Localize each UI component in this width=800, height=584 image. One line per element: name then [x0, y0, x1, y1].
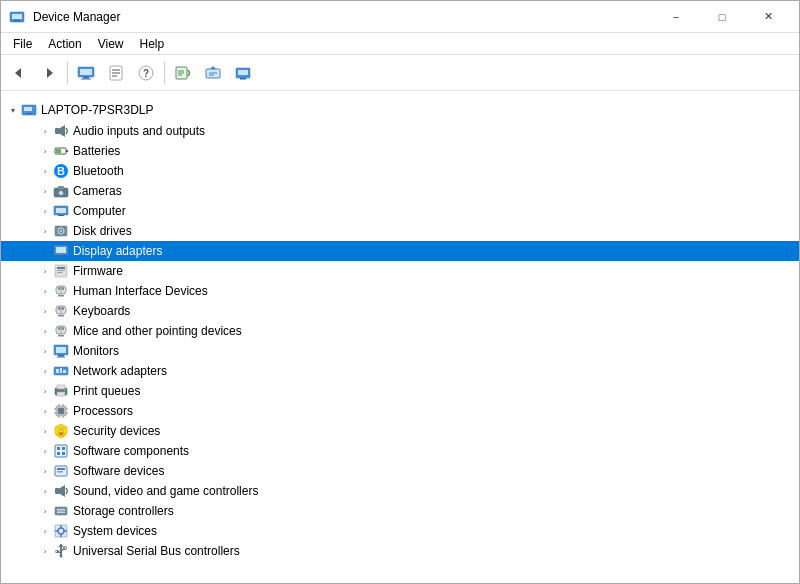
close-button[interactable]: ✕ [745, 1, 791, 33]
tree-item[interactable]: ›Universal Serial Bus controllers [1, 541, 799, 561]
item-icon [53, 303, 69, 319]
item-expander[interactable]: › [37, 223, 53, 239]
tree-item[interactable]: ›Disk drives [1, 221, 799, 241]
item-expander[interactable]: › [37, 363, 53, 379]
display-button[interactable] [229, 59, 257, 87]
tree-item[interactable]: ›Print queues [1, 381, 799, 401]
svg-rect-100 [55, 507, 67, 515]
app-icon [9, 9, 25, 25]
svg-rect-7 [83, 77, 89, 79]
svg-rect-72 [56, 369, 59, 373]
tree-item[interactable]: ›Firmware [1, 261, 799, 281]
item-expander[interactable]: › [37, 343, 53, 359]
update-driver-button[interactable] [199, 59, 227, 87]
tree-item[interactable]: ›Display adapters [1, 241, 799, 261]
tree-item[interactable]: ›Batteries [1, 141, 799, 161]
item-label: Sound, video and game controllers [73, 484, 258, 498]
minimize-button[interactable]: − [653, 1, 699, 33]
tree-root-item[interactable]: ▾ LAPTOP-7PSR3DLP [1, 99, 799, 121]
tree-item[interactable]: ›Audio inputs and outputs [1, 121, 799, 141]
svg-rect-80 [58, 408, 64, 414]
item-expander[interactable]: › [37, 263, 53, 279]
tree-item[interactable]: ›Software devices [1, 461, 799, 481]
item-expander[interactable]: › [37, 323, 53, 339]
svg-point-44 [60, 230, 62, 232]
item-icon [53, 523, 69, 539]
item-expander[interactable]: › [37, 123, 53, 139]
svg-rect-55 [62, 287, 65, 290]
tree-item[interactable]: ›System devices [1, 521, 799, 541]
menu-view[interactable]: View [90, 35, 132, 53]
item-expander[interactable]: › [37, 163, 53, 179]
menu-bar: File Action View Help [1, 33, 799, 55]
item-expander[interactable]: › [37, 183, 53, 199]
tree-item[interactable]: ›Network adapters [1, 361, 799, 381]
item-icon [53, 343, 69, 359]
item-icon [53, 183, 69, 199]
item-label: Print queues [73, 384, 140, 398]
computer-button[interactable] [72, 59, 100, 87]
toolbar: ? [1, 55, 799, 91]
menu-file[interactable]: File [5, 35, 40, 53]
svg-rect-38 [58, 186, 64, 189]
tree-item[interactable]: ›Cameras [1, 181, 799, 201]
item-expander[interactable]: › [37, 443, 53, 459]
tree-item[interactable]: ›Monitors [1, 341, 799, 361]
item-expander[interactable]: › [37, 463, 53, 479]
item-expander[interactable]: › [37, 203, 53, 219]
svg-rect-25 [240, 78, 246, 80]
svg-rect-97 [57, 471, 63, 473]
svg-rect-102 [57, 512, 65, 514]
svg-rect-94 [62, 452, 65, 455]
item-icon [53, 223, 69, 239]
scan-button[interactable] [169, 59, 197, 87]
tree-item[interactable]: ›Keyboards [1, 301, 799, 321]
item-expander[interactable]: › [37, 483, 53, 499]
content-area[interactable]: ▾ LAPTOP-7PSR3DLP ›Audio inputs and outp… [1, 91, 799, 583]
root-expander[interactable]: ▾ [5, 102, 21, 118]
item-expander[interactable]: › [37, 303, 53, 319]
svg-rect-27 [24, 107, 32, 111]
svg-text:🔒: 🔒 [56, 426, 66, 436]
item-expander[interactable]: › [37, 423, 53, 439]
tree-item[interactable]: ›Computer [1, 201, 799, 221]
tree-item[interactable]: ›🔒Security devices [1, 421, 799, 441]
tree-item[interactable]: ›Mice and other pointing devices [1, 321, 799, 341]
item-label: Computer [73, 204, 126, 218]
svg-rect-90 [55, 445, 67, 457]
tree-item[interactable]: ›Storage controllers [1, 501, 799, 521]
svg-rect-41 [58, 215, 64, 216]
title-bar-controls: − □ ✕ [653, 1, 791, 33]
item-icon [53, 403, 69, 419]
item-expander[interactable]: › [37, 143, 53, 159]
maximize-button[interactable]: □ [699, 1, 745, 33]
toolbar-sep-1 [67, 62, 68, 84]
item-label: Firmware [73, 264, 123, 278]
svg-rect-91 [57, 447, 60, 450]
item-expander[interactable]: › [37, 383, 53, 399]
tree-item[interactable]: ›BBluetooth [1, 161, 799, 181]
menu-help[interactable]: Help [132, 35, 173, 53]
back-button[interactable] [5, 59, 33, 87]
forward-button[interactable] [35, 59, 63, 87]
item-icon [53, 463, 69, 479]
item-expander[interactable]: › [37, 283, 53, 299]
tree-item[interactable]: ›Sound, video and game controllers [1, 481, 799, 501]
tree-item[interactable]: ›Processors [1, 401, 799, 421]
device-tree: ▾ LAPTOP-7PSR3DLP ›Audio inputs and outp… [1, 95, 799, 565]
item-expander[interactable]: › [37, 243, 53, 259]
item-icon [53, 443, 69, 459]
menu-action[interactable]: Action [40, 35, 89, 53]
svg-rect-29 [55, 128, 60, 134]
svg-rect-50 [57, 270, 65, 271]
item-expander[interactable]: › [37, 523, 53, 539]
tree-item[interactable]: ›Software components [1, 441, 799, 461]
item-expander[interactable]: › [37, 543, 53, 559]
svg-point-78 [64, 389, 66, 391]
item-icon [53, 503, 69, 519]
properties-button[interactable] [102, 59, 130, 87]
tree-item[interactable]: ›Human Interface Devices [1, 281, 799, 301]
help-button[interactable]: ? [132, 59, 160, 87]
item-expander[interactable]: › [37, 403, 53, 419]
item-expander[interactable]: › [37, 503, 53, 519]
